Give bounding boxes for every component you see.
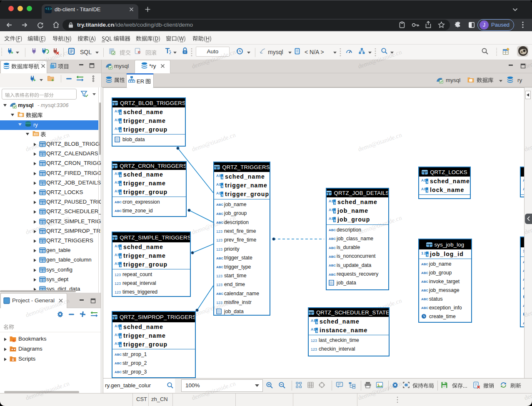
svg-text:+: +	[33, 78, 36, 82]
svg-text:+: +	[51, 78, 54, 82]
svg-text:+: +	[11, 50, 13, 55]
